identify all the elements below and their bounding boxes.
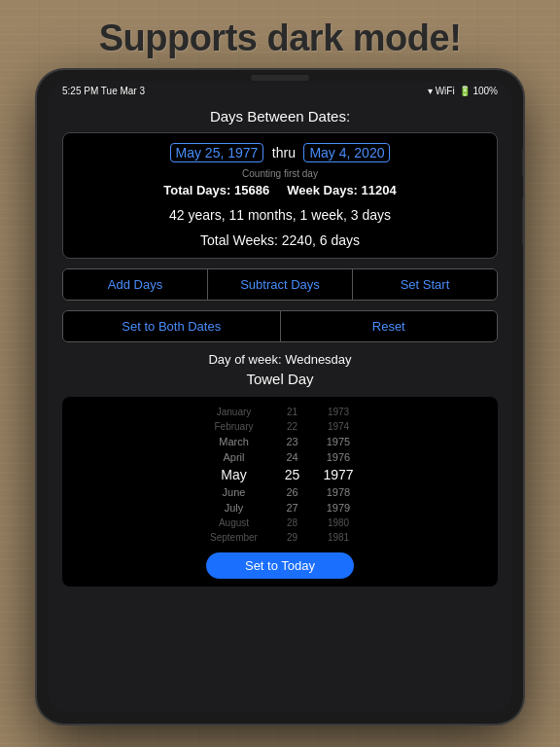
year-item[interactable]: 1973 xyxy=(312,405,366,419)
page-title: Supports dark mode! xyxy=(0,18,560,59)
day-item[interactable]: 29 xyxy=(273,530,312,545)
subtract-days-button[interactable]: Subtract Days xyxy=(208,269,353,300)
month-item[interactable]: July xyxy=(195,500,273,516)
day-item[interactable]: 21 xyxy=(273,405,312,419)
ipad-frame: 5:25 PM Tue Mar 3 ▾ WiFi 🔋 100% Days Bet… xyxy=(37,70,523,724)
year-item[interactable]: 1978 xyxy=(312,484,366,500)
week-days-value: 11204 xyxy=(362,183,397,197)
month-item[interactable]: April xyxy=(195,449,273,465)
date-range-box: May 25, 1977 thru May 4, 2020 Counting f… xyxy=(62,132,498,259)
day-of-week: Day of week: Wednesday xyxy=(62,352,498,367)
ipad-screen: 5:25 PM Tue Mar 3 ▾ WiFi 🔋 100% Days Bet… xyxy=(49,82,511,712)
totals-row: Total Days: 15686 Week Days: 11204 xyxy=(77,183,483,197)
day-item[interactable]: 27 xyxy=(273,500,312,516)
app-content: Days Between Dates: May 25, 1977 thru Ma… xyxy=(49,100,511,707)
date-row: May 25, 1977 thru May 4, 2020 xyxy=(77,143,483,162)
set-start-button[interactable]: Set Start xyxy=(353,269,497,300)
day-item[interactable]: 23 xyxy=(273,434,312,449)
status-right: ▾ WiFi 🔋 100% xyxy=(428,86,498,96)
year-item[interactable]: 1974 xyxy=(312,419,366,434)
add-days-button[interactable]: Add Days xyxy=(63,269,208,300)
total-weeks: Total Weeks: 2240, 6 days xyxy=(77,232,483,248)
year-item[interactable]: 1979 xyxy=(312,500,366,516)
month-item[interactable]: August xyxy=(195,516,273,530)
wifi-icon: ▾ WiFi xyxy=(428,86,455,96)
months-column[interactable]: JanuaryFebruaryMarchAprilMayJuneJulyAugu… xyxy=(195,405,273,545)
calendar-columns: JanuaryFebruaryMarchAprilMayJuneJulyAugu… xyxy=(70,405,490,545)
start-date-badge[interactable]: May 25, 1977 xyxy=(170,143,264,162)
thru-label: thru xyxy=(272,145,296,160)
year-item[interactable]: 1977 xyxy=(312,465,366,484)
ipad-notch xyxy=(251,75,309,81)
reset-button[interactable]: Reset xyxy=(281,311,498,341)
end-date-badge[interactable]: May 4, 2020 xyxy=(303,143,390,162)
month-item[interactable]: May xyxy=(195,465,273,484)
month-item[interactable]: January xyxy=(195,405,273,419)
year-item[interactable]: 1981 xyxy=(312,530,366,545)
human-readable-duration: 42 years, 11 months, 1 week, 3 days xyxy=(77,207,483,223)
years-column[interactable]: 197319741975197619771978197919801981 xyxy=(312,405,366,545)
calendar-picker[interactable]: JanuaryFebruaryMarchAprilMayJuneJulyAugu… xyxy=(62,397,498,587)
status-time: 5:25 PM Tue Mar 3 xyxy=(62,86,145,96)
day-item[interactable]: 26 xyxy=(273,484,312,500)
day-item[interactable]: 28 xyxy=(273,516,312,530)
day-item[interactable]: 25 xyxy=(273,465,312,484)
primary-buttons-row: Add Days Subtract Days Set Start xyxy=(62,268,498,301)
secondary-buttons-row: Set to Both Dates Reset xyxy=(62,310,498,342)
status-bar: 5:25 PM Tue Mar 3 ▾ WiFi 🔋 100% xyxy=(49,82,511,100)
counting-label: Counting first day xyxy=(77,168,483,179)
set-both-dates-button[interactable]: Set to Both Dates xyxy=(63,311,281,341)
battery-icon: 🔋 100% xyxy=(459,86,498,96)
day-item[interactable]: 22 xyxy=(273,419,312,434)
week-days-label: Week Days: xyxy=(287,183,358,197)
month-item[interactable]: March xyxy=(195,434,273,449)
special-day: Towel Day xyxy=(62,371,498,387)
ipad-volume-button xyxy=(522,196,523,245)
total-days-value: 15686 xyxy=(234,183,269,197)
month-item[interactable]: September xyxy=(195,530,273,545)
ipad-side-button xyxy=(522,148,523,177)
total-days-label: Total Days: xyxy=(163,183,230,197)
days-column[interactable]: 212223242526272829 xyxy=(273,405,312,545)
month-item[interactable]: June xyxy=(195,484,273,500)
month-item[interactable]: February xyxy=(195,419,273,434)
year-item[interactable]: 1976 xyxy=(312,449,366,465)
day-item[interactable]: 24 xyxy=(273,449,312,465)
year-item[interactable]: 1975 xyxy=(312,434,366,449)
year-item[interactable]: 1980 xyxy=(312,516,366,530)
set-today-button[interactable]: Set to Today xyxy=(206,552,354,579)
app-title: Days Between Dates: xyxy=(62,108,498,124)
